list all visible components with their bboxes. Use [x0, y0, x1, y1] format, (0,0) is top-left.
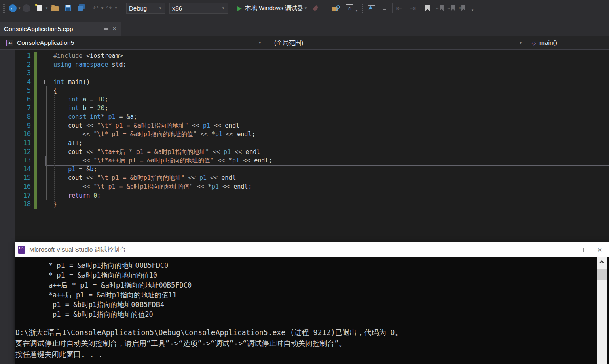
toolbar-overflow-dropdown[interactable]: ▾: [470, 8, 475, 12]
line-number[interactable]: 2: [15, 61, 33, 69]
new-file-dropdown[interactable]: ▾: [44, 6, 49, 10]
fold-margin[interactable]: [43, 122, 50, 130]
fold-margin[interactable]: −: [43, 78, 50, 87]
breakpoint-margin[interactable]: [0, 156, 15, 165]
code-line[interactable]: 10 << "\t* p1 = &a时p1指向的地址的值" << *p1 << …: [0, 130, 609, 139]
code-line[interactable]: 9 cout << "\t* p1 = &a时p1指向的地址" << p1 <<…: [0, 122, 609, 130]
line-number[interactable]: 4: [15, 78, 33, 87]
solution-home-button[interactable]: ⌂: [345, 3, 354, 13]
undo-dropdown[interactable]: ▾: [100, 6, 105, 10]
line-number[interactable]: 17: [15, 191, 33, 200]
code-line[interactable]: 11 a++;: [0, 139, 609, 148]
code-text[interactable]: a++;: [50, 139, 609, 148]
fold-margin[interactable]: [43, 191, 50, 200]
breakpoint-margin[interactable]: [0, 52, 15, 61]
member-dropdown[interactable]: ◇ main(): [526, 36, 609, 49]
clear-bookmarks-button[interactable]: ×: [458, 3, 467, 13]
document-outline-button[interactable]: [380, 3, 389, 13]
breakpoint-margin[interactable]: [0, 148, 15, 157]
start-debugging-button[interactable]: ▶ 本地 Windows 调试器: [237, 3, 303, 13]
code-text[interactable]: << "\t* p1 = &a时p1指向的地址的值" << *p1 << end…: [50, 130, 609, 139]
tab-close-icon[interactable]: ×: [112, 25, 116, 32]
code-text[interactable]: #include <iostream>: [50, 52, 609, 61]
code-text[interactable]: int b = 20;: [50, 104, 609, 113]
line-number[interactable]: 13: [15, 156, 33, 165]
console-maximize-button[interactable]: [572, 242, 590, 257]
line-number[interactable]: 3: [15, 69, 33, 78]
breakpoint-margin[interactable]: [0, 165, 15, 174]
code-text[interactable]: cout << "\t p1 = &b时p1指向的地址" << p1 << en…: [50, 174, 609, 183]
breakpoint-margin[interactable]: [0, 113, 15, 122]
next-bookmark-button[interactable]: →: [446, 3, 455, 13]
console-close-button[interactable]: ×: [590, 242, 609, 257]
fold-margin[interactable]: [43, 69, 50, 78]
code-text[interactable]: const int* p1 = &a;: [50, 113, 609, 122]
code-line[interactable]: 3: [0, 69, 609, 78]
redo-dropdown[interactable]: ▾: [114, 6, 118, 10]
scrollbar-thumb[interactable]: [597, 269, 607, 280]
prev-bookmark-button[interactable]: ←: [435, 3, 444, 13]
breakpoint-margin[interactable]: [0, 95, 15, 104]
code-text[interactable]: p1 = &b;: [50, 165, 609, 174]
code-text[interactable]: int a = 10;: [50, 95, 609, 104]
redo-button[interactable]: ↷: [105, 3, 114, 13]
line-number[interactable]: 12: [15, 148, 33, 157]
code-line[interactable]: 5{: [0, 86, 609, 95]
breakpoint-margin[interactable]: [0, 86, 15, 95]
line-number[interactable]: 14: [15, 165, 33, 174]
code-line[interactable]: 12 cout << "\ta++后 * p1 = &a时p1指向的地址" <<…: [0, 148, 609, 157]
line-number[interactable]: 16: [15, 183, 33, 191]
navigate-to-button[interactable]: [367, 3, 376, 13]
scroll-up-icon[interactable]: [599, 260, 604, 265]
breakpoint-margin[interactable]: [0, 61, 15, 69]
code-line[interactable]: 4−int main(): [0, 78, 609, 87]
breakpoint-margin[interactable]: [0, 200, 15, 209]
code-text[interactable]: return 0;: [50, 191, 609, 200]
tab-consoleapplication5-cpp[interactable]: ConsoleApplication5.cpp ×: [0, 22, 121, 36]
code-text[interactable]: {: [50, 86, 609, 95]
console-scrollbar[interactable]: [597, 257, 607, 364]
code-text[interactable]: [50, 69, 609, 78]
fold-margin[interactable]: [43, 183, 50, 191]
code-line[interactable]: 17 return 0;: [0, 191, 609, 200]
toolbar-grip[interactable]: [2, 3, 6, 13]
fold-margin[interactable]: [43, 104, 50, 113]
line-number[interactable]: 10: [15, 130, 33, 139]
code-text[interactable]: using namespace std;: [50, 61, 609, 69]
fold-margin[interactable]: [43, 95, 50, 104]
code-text[interactable]: }: [50, 200, 609, 209]
solution-config-select[interactable]: Debug ▾: [126, 3, 165, 14]
line-number[interactable]: 18: [15, 200, 33, 209]
code-line[interactable]: 1#include <iostream>: [0, 52, 609, 61]
code-text[interactable]: << "\t*a++后 p1 = &a时p1指向的地址的值" << *p1 <<…: [50, 156, 609, 165]
code-line[interactable]: 6 int a = 10;: [0, 95, 609, 104]
find-in-files-button[interactable]: [332, 3, 340, 13]
fold-margin[interactable]: [43, 61, 50, 69]
start-debugging-dropdown[interactable]: ▾: [303, 6, 308, 10]
scope-dropdown[interactable]: (全局范围) ▾: [265, 36, 526, 49]
fold-margin[interactable]: [43, 174, 50, 183]
code-line[interactable]: 13 << "\t*a++后 p1 = &a时p1指向的地址的值" << *p1…: [0, 156, 609, 165]
fold-margin[interactable]: [43, 165, 50, 174]
line-number[interactable]: 5: [15, 86, 33, 95]
save-all-button[interactable]: [76, 3, 85, 13]
platform-select[interactable]: x86 ▾: [169, 3, 228, 14]
collapse-icon[interactable]: −: [44, 80, 49, 84]
fold-margin[interactable]: [43, 200, 50, 209]
breakpoint-margin[interactable]: [0, 78, 15, 87]
line-number[interactable]: 9: [15, 122, 33, 130]
code-line[interactable]: 18}: [0, 200, 609, 209]
breakpoint-margin[interactable]: [0, 130, 15, 139]
breakpoint-margin[interactable]: [0, 69, 15, 78]
code-text[interactable]: << "\t p1 = &b时p1指向的地址的值" << *p1 << endl…: [50, 183, 609, 191]
code-line[interactable]: 2using namespace std;: [0, 61, 609, 69]
breakpoint-margin[interactable]: [0, 104, 15, 113]
line-number[interactable]: 8: [15, 113, 33, 122]
increase-indent-button[interactable]: ⇥: [408, 3, 417, 13]
code-text[interactable]: cout << "\ta++后 * p1 = &a时p1指向的地址" << p1…: [50, 148, 609, 157]
code-text[interactable]: int main(): [50, 78, 609, 87]
toggle-bookmark-button[interactable]: [423, 3, 432, 13]
open-file-button[interactable]: [51, 3, 59, 13]
pin-icon[interactable]: [104, 28, 108, 30]
fold-margin[interactable]: [43, 156, 50, 165]
